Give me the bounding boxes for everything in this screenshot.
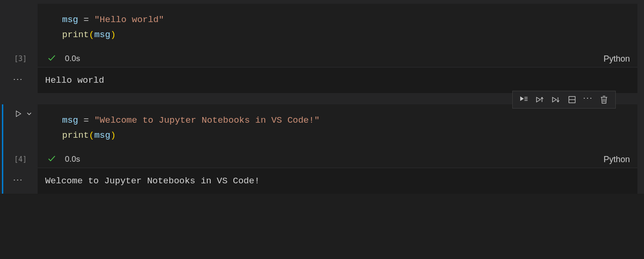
code-editor[interactable]: msg = "Welcome to Jupyter Notebooks in V…	[38, 104, 637, 151]
svg-marker-0	[521, 97, 524, 101]
execution-count: [3]	[0, 52, 38, 66]
chevron-down-icon[interactable]	[25, 110, 33, 119]
execute-above-button[interactable]	[533, 93, 547, 106]
output-toggle[interactable]: ···	[0, 66, 38, 92]
cell-content: msg = "Hello world" print(msg) 0.0s Pyth…	[38, 4, 637, 93]
delete-cell-button[interactable]	[597, 93, 611, 106]
run-by-line-button[interactable]	[517, 93, 531, 106]
code-line: msg = "Welcome to Jupyter Notebooks in V…	[62, 113, 637, 128]
run-cell-button[interactable]	[14, 110, 23, 120]
code-line: msg = "Hello world"	[62, 12, 637, 27]
cell-gutter: [3] ···	[0, 4, 38, 93]
code-line: print(msg)	[62, 128, 637, 143]
bottom-spacer	[0, 205, 644, 218]
svg-marker-4	[537, 97, 541, 102]
execute-below-button[interactable]	[549, 93, 563, 106]
code-editor[interactable]: msg = "Hello world" print(msg)	[38, 4, 637, 51]
execution-time: 0.0s	[65, 54, 80, 63]
language-label[interactable]: Python	[604, 155, 630, 165]
cell-toolbar: ···	[512, 91, 616, 109]
notebook-cell[interactable]: [3] ··· msg = "Hello world" print(msg) 0…	[0, 4, 644, 93]
split-cell-button[interactable]	[565, 93, 579, 106]
execution-count: [4]	[0, 152, 38, 166]
svg-marker-14	[16, 111, 21, 117]
cell-content: msg = "Welcome to Jupyter Notebooks in V…	[38, 104, 637, 194]
cell-gutter: [4] ···	[0, 104, 38, 194]
success-check-icon	[47, 53, 56, 64]
execution-time: 0.0s	[65, 155, 80, 164]
cell-status-bar: 0.0s Python	[38, 151, 637, 167]
notebook-cell[interactable]: ··· [4] ··· msg = "Welcome to Jupyter No…	[0, 104, 644, 194]
status-left: 0.0s	[47, 53, 80, 64]
cell-marker	[2, 4, 3, 93]
code-line: print(msg)	[62, 27, 637, 42]
cell-status-bar: 0.0s Python	[38, 51, 637, 67]
language-label[interactable]: Python	[604, 54, 630, 64]
svg-marker-6	[553, 97, 557, 102]
status-left: 0.0s	[47, 154, 80, 165]
more-actions-button[interactable]: ···	[581, 93, 595, 106]
cell-output: Hello world	[38, 68, 637, 93]
cell-marker	[2, 104, 3, 194]
notebook-container: [3] ··· msg = "Hello world" print(msg) 0…	[0, 0, 644, 194]
cell-output: Welcome to Jupyter Notebooks in VS Code!	[38, 168, 637, 194]
output-toggle[interactable]: ···	[0, 166, 38, 193]
success-check-icon	[47, 154, 56, 165]
